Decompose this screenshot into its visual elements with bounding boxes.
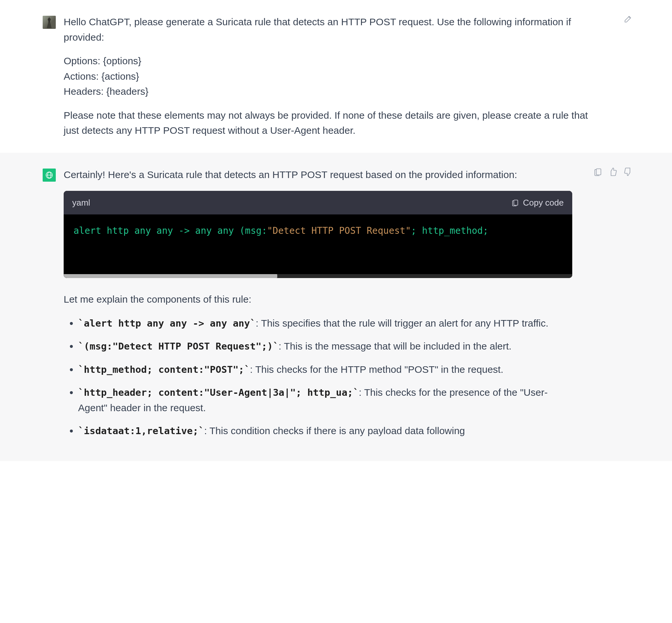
svg-rect-2	[596, 169, 601, 175]
clipboard-icon	[511, 199, 519, 207]
inline-code: isdataat:1,relative;	[78, 425, 204, 437]
user-message: Hello ChatGPT, please generate a Suricat…	[0, 0, 672, 153]
code-block-header: yaml Copy code	[64, 191, 572, 214]
user-text-2: Please note that these elements may not …	[64, 108, 603, 138]
edit-icon[interactable]	[623, 14, 633, 24]
inline-code: alert http any any -> any any	[78, 318, 256, 329]
svg-rect-1	[514, 200, 518, 205]
inline-code: http_method; content:"POST";	[78, 364, 250, 375]
assistant-avatar	[43, 169, 56, 182]
assistant-intro: Certainly! Here's a Suricata rule that d…	[64, 167, 572, 183]
user-text-1: Hello ChatGPT, please generate a Suricat…	[64, 14, 603, 45]
code-content[interactable]: alert http any any -> any any (msg:"Dete…	[64, 214, 572, 278]
assistant-message: Certainly! Here's a Suricata rule that d…	[0, 153, 672, 461]
list-item: alert http any any -> any any: This spec…	[78, 316, 572, 331]
list-item-text: : This specifies that the rule will trig…	[256, 318, 548, 329]
headers-line: Headers: {headers}	[64, 86, 149, 97]
code-language-label: yaml	[72, 196, 90, 209]
copy-icon[interactable]	[593, 167, 603, 176]
list-item-text: : This checks for the HTTP method "POST"…	[250, 364, 503, 375]
assistant-message-actions	[593, 167, 633, 447]
user-text-options: Options: {options} Actions: {actions} He…	[64, 54, 603, 99]
code-horizontal-scrollbar[interactable]	[64, 274, 572, 278]
explanation-list: alert http any any -> any any: This spec…	[64, 316, 572, 439]
list-item: http_header; content:"User-Agent|3a|"; h…	[78, 385, 572, 415]
explain-intro: Let me explain the components of this ru…	[64, 292, 572, 307]
user-message-actions	[623, 14, 633, 138]
list-item-text: : This condition checks if there is any …	[204, 425, 465, 436]
options-line: Options: {options}	[64, 55, 141, 66]
thumbs-up-icon[interactable]	[608, 167, 618, 176]
actions-line: Actions: {actions}	[64, 71, 139, 82]
list-item-text: : This is the message that will be inclu…	[279, 341, 511, 352]
inline-code: (msg:"Detect HTTP POST Request";)	[78, 341, 279, 352]
thumbs-down-icon[interactable]	[623, 167, 633, 176]
inline-code: http_header; content:"User-Agent|3a|"; h…	[78, 387, 359, 398]
user-avatar	[43, 16, 56, 29]
list-item: http_method; content:"POST";: This check…	[78, 362, 572, 377]
user-message-body: Hello ChatGPT, please generate a Suricat…	[64, 14, 616, 138]
scrollbar-thumb[interactable]	[64, 274, 277, 278]
list-item: (msg:"Detect HTTP POST Request";): This …	[78, 339, 572, 354]
code-block: yaml Copy code alert http any any -> any…	[64, 191, 572, 278]
copy-code-label: Copy code	[523, 196, 564, 209]
copy-code-button[interactable]: Copy code	[511, 196, 564, 209]
list-item: isdataat:1,relative;: This condition che…	[78, 423, 572, 439]
assistant-message-body: Certainly! Here's a Suricata rule that d…	[64, 167, 585, 447]
